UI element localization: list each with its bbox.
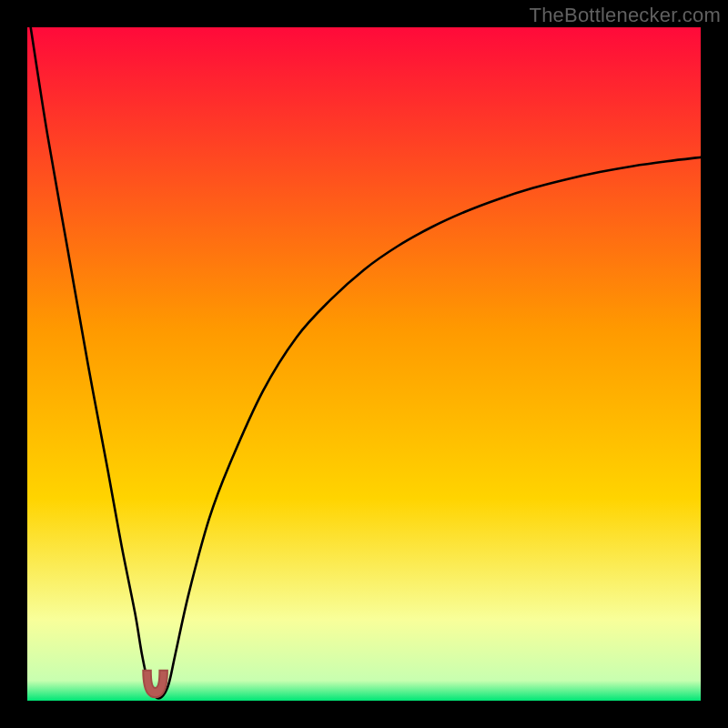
attribution-text: TheBottlenecker.com	[530, 4, 721, 27]
gradient-background	[27, 27, 701, 701]
bottleneck-chart	[27, 27, 701, 701]
plot-area	[27, 27, 701, 701]
chart-frame: TheBottlenecker.com	[0, 0, 728, 728]
